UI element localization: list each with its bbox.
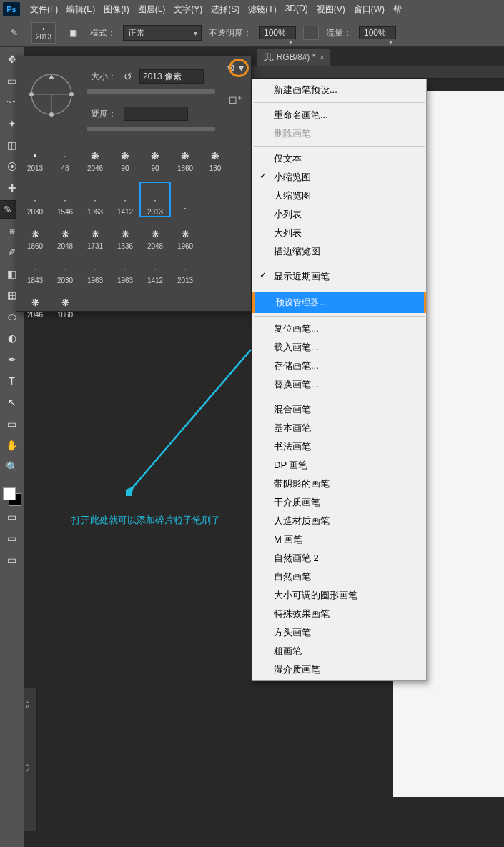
brush-preset[interactable]: ·2013 <box>171 252 199 284</box>
tool-zoom[interactable]: 🔍 <box>3 457 21 476</box>
brush-preset[interactable]: ·1412 <box>141 252 169 284</box>
menu-item[interactable]: 滤镜(T) <box>244 2 280 17</box>
mode-select[interactable]: 正常 <box>123 25 202 41</box>
menu-item-highlighted[interactable]: 预设管理器... <box>252 292 426 313</box>
document-tab[interactable]: 贝, RGB/8#) * × <box>257 49 330 66</box>
menu-item[interactable]: 大小可调的圆形画笔 <box>252 586 426 605</box>
menu-item[interactable]: 干介质画笔 <box>252 493 426 512</box>
size-input[interactable] <box>139 69 204 84</box>
svg-point-3 <box>29 92 34 96</box>
recent-brush[interactable]: ❋1860 <box>171 139 199 172</box>
recent-brush[interactable]: ❋90 <box>111 139 139 172</box>
menu-item[interactable]: 大缩览图 <box>252 187 426 205</box>
menu-item[interactable]: 选择(S) <box>207 2 244 17</box>
brush-preset[interactable]: ❋1536 <box>111 217 139 250</box>
recent-brush[interactable]: ·48 <box>51 139 79 172</box>
new-brush-icon[interactable]: ◻⁺ <box>229 94 242 105</box>
menu-item[interactable]: 自然画笔 <box>252 568 426 586</box>
quickmask-icon[interactable]: ▭ <box>3 529 21 548</box>
menu-item[interactable]: 大列表 <box>252 224 426 242</box>
opacity-input[interactable]: 100% <box>259 26 296 39</box>
tool-hand[interactable]: ✋ <box>3 436 21 455</box>
tool-pen[interactable]: ✒ <box>3 350 21 369</box>
menu-item[interactable]: 小缩览图 <box>252 168 426 187</box>
hardness-slider[interactable] <box>87 127 215 131</box>
reset-size-icon[interactable]: ↺ <box>124 71 132 82</box>
brush-thumb-icon: ❋ <box>145 147 165 164</box>
flow-input[interactable]: 100% <box>359 26 396 39</box>
menu-item[interactable]: 基本画笔 <box>252 419 426 437</box>
menu-item[interactable]: 3D(D) <box>281 2 312 17</box>
menu-item[interactable]: 文字(Y) <box>169 2 207 17</box>
brush-preset[interactable]: ❋1860 <box>21 217 49 250</box>
menu-item[interactable]: 粗画笔 <box>252 642 426 660</box>
brush-preset[interactable]: ·1843 <box>21 252 49 284</box>
menu-item[interactable]: 方头画笔 <box>252 623 426 642</box>
brush-preset[interactable]: ·1546 <box>51 183 79 216</box>
tool-shape[interactable]: ▭ <box>3 415 21 433</box>
brush-size-label: 90 <box>121 164 129 172</box>
menu-item[interactable]: 存储画笔... <box>252 357 426 375</box>
brush-thumb-icon: · <box>85 259 105 277</box>
brush-preset[interactable]: ❋1960 <box>171 217 199 250</box>
size-slider[interactable] <box>87 89 215 94</box>
hardness-input[interactable] <box>124 107 188 121</box>
tool-dodge[interactable]: ◐ <box>3 329 21 347</box>
menu-item[interactable]: 帮 <box>389 2 406 17</box>
brush-preset[interactable]: · <box>171 183 199 216</box>
tool-type[interactable]: T <box>3 372 21 390</box>
menu-item[interactable]: 复位画笔... <box>252 320 426 338</box>
brush-preset[interactable]: ·1963 <box>81 183 109 216</box>
brush-angle-widget[interactable] <box>22 65 81 124</box>
menu-item[interactable]: 显示近期画笔 <box>252 267 426 286</box>
menu-item[interactable]: M 画笔 <box>252 530 426 549</box>
menu-item[interactable]: 替换画笔... <box>252 375 426 394</box>
menu-item[interactable]: 特殊效果画笔 <box>252 605 426 623</box>
brush-preset[interactable]: ·1963 <box>81 252 109 284</box>
brush-preset[interactable]: ❋1860 <box>51 286 79 319</box>
edit-toolbar-icon[interactable]: ▭ <box>3 507 21 526</box>
menu-item[interactable]: 视图(V) <box>312 2 350 17</box>
menu-item[interactable]: 文件(F) <box>26 2 62 17</box>
brush-preset[interactable]: ·1963 <box>111 252 139 284</box>
brush-preset[interactable]: ❋2048 <box>141 217 169 250</box>
menu-item[interactable]: 仅文本 <box>252 149 426 168</box>
recent-brushes-row: •2013·48❋2046❋90❋90❋1860❋130 <box>16 138 251 174</box>
brush-preset-chip[interactable]: • 2013 <box>31 22 56 44</box>
menu-item[interactable]: 载入画笔... <box>252 338 426 357</box>
menu-item[interactable]: 人造材质画笔 <box>252 512 426 530</box>
menu-item[interactable]: 重命名画笔... <box>252 106 426 124</box>
menu-item[interactable]: 图层(L) <box>134 2 170 17</box>
close-icon[interactable]: × <box>320 53 324 61</box>
menu-item[interactable]: 书法画笔 <box>252 437 426 456</box>
menu-item[interactable]: 编辑(E) <box>62 2 99 17</box>
brush-preset[interactable]: ·1412 <box>111 183 139 216</box>
color-swatch[interactable] <box>3 487 21 506</box>
pressure-opacity-toggle[interactable] <box>303 26 319 40</box>
menu-item[interactable]: 新建画笔预设... <box>252 81 426 99</box>
recent-brush[interactable]: ❋90 <box>141 139 169 172</box>
recent-brush[interactable]: ❋2046 <box>81 139 109 172</box>
menu-item[interactable]: 图像(I) <box>99 2 133 17</box>
brush-preset[interactable]: ❋2046 <box>21 286 49 319</box>
screenmode-icon[interactable]: ▭ <box>3 550 21 569</box>
menu-item[interactable]: 窗口(W) <box>350 2 389 17</box>
brush-preset[interactable]: ·2013 <box>141 183 169 216</box>
brush-preset[interactable]: ·2030 <box>51 252 79 284</box>
recent-brush[interactable]: •2013 <box>21 139 49 172</box>
menu-item[interactable]: 湿介质画笔 <box>252 660 426 679</box>
brush-preset[interactable]: ❋1731 <box>81 217 109 250</box>
fg-color[interactable] <box>3 487 16 500</box>
brush-preset[interactable]: ·2030 <box>21 183 49 216</box>
menu-item[interactable]: 带阴影的画笔 <box>252 475 426 493</box>
brush-panel-toggle[interactable]: ▣ <box>63 23 83 43</box>
tool-path[interactable]: ↖ <box>3 393 21 412</box>
menu-item[interactable]: 混合画笔 <box>252 400 426 419</box>
menu-item[interactable]: 小列表 <box>252 205 426 224</box>
menu-item[interactable]: 描边缩览图 <box>252 242 426 261</box>
current-tool-icon[interactable]: ✎ <box>4 23 24 43</box>
recent-brush[interactable]: ❋130 <box>201 139 229 172</box>
menu-item[interactable]: DP 画笔 <box>252 456 426 475</box>
menu-item[interactable]: 自然画笔 2 <box>252 549 426 568</box>
brush-preset[interactable]: ❋2048 <box>51 217 79 250</box>
